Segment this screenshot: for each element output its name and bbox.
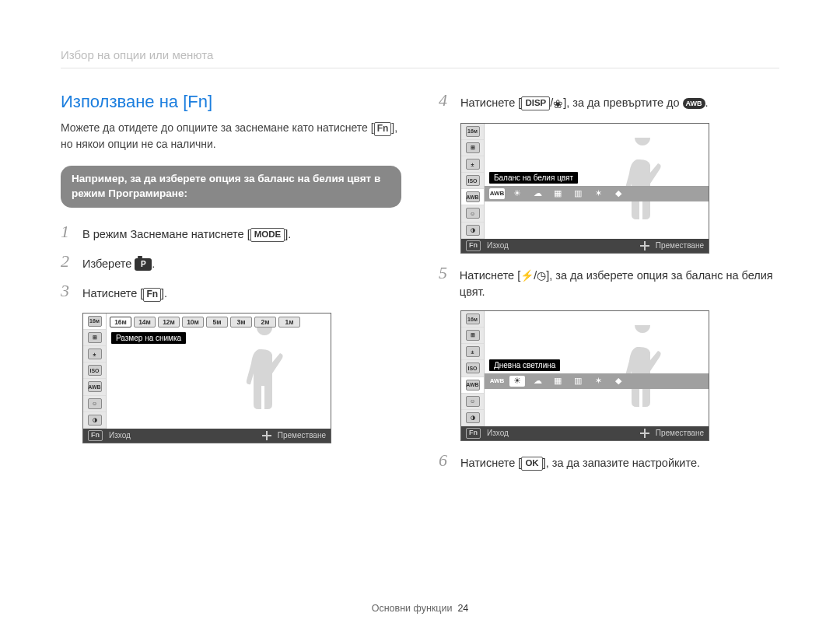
wb-option-fluor-l: ▥ bbox=[570, 376, 586, 387]
step-3: 3 Натиснете [Fn]. bbox=[61, 282, 401, 302]
lcd-sidebar: 16м ⊞ ± ISO AWB ☺ ◑ bbox=[461, 311, 485, 426]
page-title: Използване на [Fn] bbox=[61, 92, 401, 112]
wb-option-auto: AWB bbox=[489, 188, 505, 199]
lcd-status-bar: Fn Изход Преместване bbox=[461, 239, 709, 253]
wb-option-fluor-h: ▦ bbox=[550, 188, 565, 199]
size-option: 2м bbox=[254, 317, 276, 328]
size-option: 12м bbox=[158, 317, 180, 328]
awb-pill-icon: AWB bbox=[683, 98, 705, 110]
sidebar-item-ev: ± bbox=[83, 346, 106, 363]
wb-option-cloudy: ☁ bbox=[530, 376, 545, 387]
size-option: 10м bbox=[182, 317, 204, 328]
mode-button-icon: MODE bbox=[250, 228, 285, 242]
lcd-sidebar: 16м ⊞ ± ISO AWB ☺ ◑ bbox=[461, 124, 485, 239]
flash-icon: ⚡ bbox=[520, 268, 534, 284]
lcd-exit-label: Изход bbox=[109, 431, 131, 440]
step-5: 5 Натиснете [⚡/◷], за да изберете опция … bbox=[439, 264, 779, 299]
disp-button-icon: DISP bbox=[521, 96, 550, 110]
fn-indicator: Fn bbox=[466, 240, 481, 251]
lcd-exit-label: Изход bbox=[487, 429, 509, 437]
lcd-sidebar: 16м ⊞ ± ISO AWB ☺ ◑ bbox=[83, 313, 107, 429]
step-number: 2 bbox=[61, 253, 75, 270]
wb-option-tungsten: ✶ bbox=[590, 376, 606, 387]
wb-option-daylight: ☀ bbox=[509, 188, 525, 199]
left-column: Използване на [Fn] Можете да отидете до … bbox=[61, 92, 401, 482]
lcd-status-bar: Fn Изход Преместване bbox=[83, 429, 331, 443]
right-column: 4 Натиснете [DISP/❀], за да превъртите д… bbox=[439, 92, 779, 482]
sidebar-item-size: 16м bbox=[83, 313, 106, 330]
live-view-silhouette bbox=[615, 325, 670, 411]
step-number: 3 bbox=[61, 282, 75, 299]
nav-cross-icon bbox=[640, 429, 649, 438]
macro-flower-icon: ❀ bbox=[553, 96, 563, 112]
wb-options-row: AWB ☀ ☁ ▦ ▥ ✶ ◆ bbox=[485, 373, 709, 389]
step-number: 1 bbox=[61, 223, 75, 240]
sidebar-item-grid: ⊞ bbox=[83, 330, 106, 346]
sidebar-item-face: ☺ bbox=[83, 396, 106, 412]
size-option: 16м bbox=[110, 317, 131, 328]
live-view-silhouette bbox=[615, 138, 670, 223]
example-tip: Например, за да изберете опция за баланс… bbox=[61, 166, 401, 208]
page-footer: Основни функции 24 bbox=[0, 603, 840, 614]
live-view-silhouette bbox=[237, 328, 292, 413]
lcd-move-label: Преместване bbox=[656, 241, 704, 250]
step-number: 6 bbox=[439, 452, 453, 469]
step-number: 5 bbox=[439, 264, 452, 282]
size-options-row: 16м 14м 12м 10м 5м 3м 2м 1м bbox=[107, 313, 331, 328]
fn-indicator: Fn bbox=[88, 430, 103, 441]
intro-text: Можете да отидете до опциите за заснеман… bbox=[61, 120, 401, 152]
wb-option-custom: ◆ bbox=[611, 188, 626, 199]
wb-option-tungsten: ✶ bbox=[590, 188, 606, 199]
ok-button-icon: OK bbox=[521, 457, 542, 471]
sidebar-item-iso: ISO bbox=[83, 363, 106, 379]
wb-options-row: AWB ☀ ☁ ▦ ▥ ✶ ◆ bbox=[485, 186, 709, 201]
camera-lcd-photosize: 16м ⊞ ± ISO AWB ☺ ◑ 16м 14м 12м 10м bbox=[82, 313, 331, 443]
breadcrumb: Избор на опции или менюта bbox=[61, 48, 779, 68]
fn-key-icon: Fn bbox=[143, 288, 161, 302]
size-option: 3м bbox=[230, 317, 252, 328]
option-tooltip: Дневна светлина bbox=[489, 359, 560, 371]
camera-lcd-wb: 16м ⊞ ± ISO AWB ☺ ◑ Баланс на белия цвят bbox=[460, 123, 709, 254]
lcd-status-bar: Fn Изход Преместване bbox=[461, 426, 709, 440]
step-4: 4 Натиснете [DISP/❀], за да превъртите д… bbox=[439, 92, 779, 112]
lcd-move-label: Преместване bbox=[278, 431, 326, 440]
program-mode-icon: P bbox=[135, 258, 152, 271]
self-timer-icon: ◷ bbox=[537, 268, 546, 284]
lcd-exit-label: Изход bbox=[487, 241, 509, 250]
lcd-move-label: Преместване bbox=[656, 429, 704, 437]
wb-option-fluor-l: ▥ bbox=[570, 188, 586, 199]
step-1: 1 В режим Заснемане натиснете [MODE]. bbox=[61, 223, 401, 242]
camera-lcd-wb-daylight: 16м ⊞ ± ISO AWB ☺ ◑ Дневна светлина bbox=[460, 310, 709, 441]
wb-option-daylight: ☀ bbox=[509, 376, 525, 387]
wb-option-auto: AWB bbox=[489, 376, 505, 387]
wb-option-fluor-h: ▦ bbox=[550, 376, 565, 387]
nav-cross-icon bbox=[640, 241, 649, 250]
size-option: 1м bbox=[278, 317, 300, 328]
step-2: 2 Изберете P. bbox=[61, 253, 401, 271]
step-number: 4 bbox=[439, 92, 453, 109]
option-tooltip: Баланс на белия цвят bbox=[489, 172, 578, 184]
size-option: 5м bbox=[206, 317, 228, 328]
fn-key-icon: Fn bbox=[374, 122, 392, 136]
fn-indicator: Fn bbox=[466, 428, 481, 439]
nav-cross-icon bbox=[262, 431, 271, 440]
size-option: 14м bbox=[134, 317, 156, 328]
step-6: 6 Натиснете [OK], за да запазите настрой… bbox=[439, 452, 779, 471]
option-tooltip: Размер на снимка bbox=[111, 332, 186, 344]
wb-option-custom: ◆ bbox=[611, 376, 626, 387]
sidebar-item-area: ◑ bbox=[83, 412, 106, 429]
wb-option-cloudy: ☁ bbox=[530, 188, 545, 199]
sidebar-item-wb: AWB bbox=[83, 379, 106, 395]
